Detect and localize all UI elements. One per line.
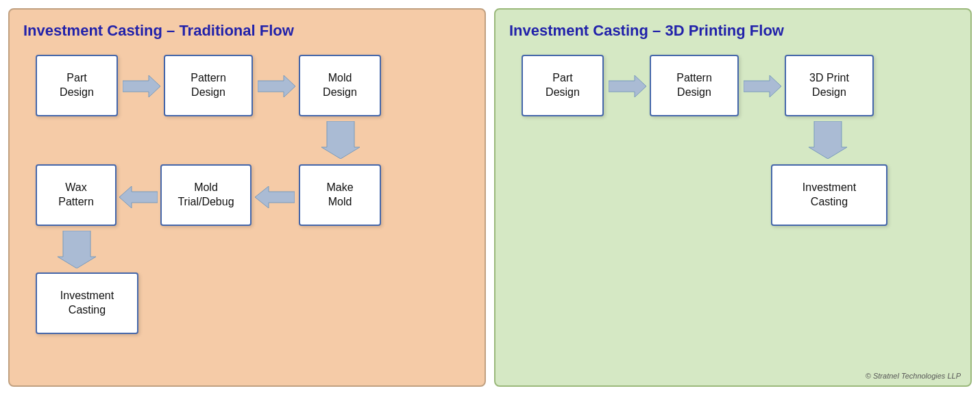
box-pattern-design: PatternDesign: [164, 55, 253, 116]
svg-marker-8: [809, 121, 847, 159]
arrow-part-to-pattern: [123, 75, 160, 97]
arrow-print-down: [809, 121, 847, 159]
traditional-flow-title: Investment Casting – Traditional Flow: [23, 22, 471, 40]
box-make-mold: MakeMold: [299, 164, 381, 226]
box-part-design: PartDesign: [36, 55, 118, 116]
box-investment-casting-left: InvestmentCasting: [36, 272, 138, 334]
box-mold-design: MoldDesign: [299, 55, 381, 116]
main-container: Investment Casting – Traditional Flow Pa…: [0, 0, 980, 395]
arrow-pattern-to-mold: [258, 75, 295, 97]
box-pattern-design-r: PatternDesign: [650, 55, 739, 116]
copyright-text: © Stratnel Technologies LLP: [866, 372, 961, 380]
svg-marker-1: [258, 75, 295, 97]
box-3d-print-design: 3D PrintDesign: [785, 55, 874, 116]
traditional-flow-panel: Investment Casting – Traditional Flow Pa…: [8, 8, 486, 387]
arrow-mold-design-down: [321, 121, 360, 159]
svg-marker-4: [119, 186, 158, 208]
arrow-make-to-trial: [255, 186, 295, 208]
box-mold-trial: MoldTrial/Debug: [160, 164, 252, 226]
box-wax-pattern: WaxPattern: [36, 164, 117, 226]
printing-flow-title: Investment Casting – 3D Printing Flow: [509, 22, 957, 40]
arrow-trial-to-wax: [119, 186, 158, 208]
arrow-pattern-to-print: [744, 75, 781, 97]
svg-marker-5: [58, 231, 96, 268]
svg-marker-7: [744, 75, 781, 97]
svg-marker-0: [123, 75, 160, 97]
svg-marker-6: [609, 75, 646, 97]
title-plain-left: Investment Casting –: [23, 22, 179, 39]
box-investment-casting-right: InvestmentCasting: [771, 164, 887, 226]
title-bold-right: 3D Printing Flow: [665, 22, 784, 39]
printing-flow-panel: Investment Casting – 3D Printing Flow Pa…: [494, 8, 972, 387]
svg-marker-3: [255, 186, 295, 208]
title-bold-left: Traditional Flow: [179, 22, 293, 39]
traditional-flow-area: PartDesign PatternDesign MoldDesign: [23, 55, 471, 376]
arrow-wax-down: [58, 231, 96, 268]
printing-flow-area: PartDesign PatternDesign 3D PrintDesign: [509, 55, 957, 376]
svg-marker-2: [321, 121, 360, 159]
title-plain-right: Investment Casting –: [509, 22, 665, 39]
box-part-design-r: PartDesign: [522, 55, 604, 116]
arrow-part-to-pattern-r: [609, 75, 646, 97]
